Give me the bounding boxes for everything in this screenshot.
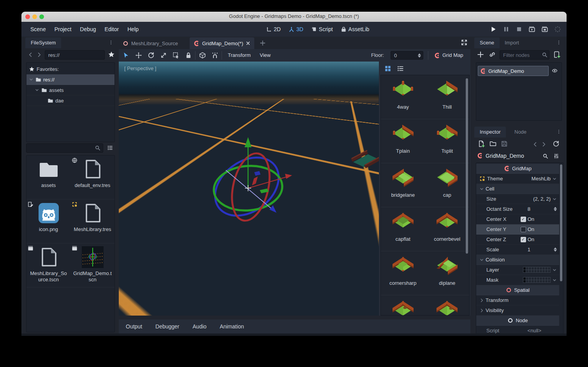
file-search-input[interactable]	[26, 143, 103, 153]
load-resource-icon[interactable]	[489, 140, 496, 147]
file-item-icon-png[interactable]: icon.png	[26, 199, 70, 243]
object-history-icon[interactable]	[553, 140, 560, 147]
play-scene-button[interactable]	[528, 26, 535, 33]
checkbox-icon[interactable]: ✓	[521, 237, 526, 242]
scene-tab-gridmap-demo[interactable]: GridMap_Demo(*)	[190, 37, 254, 49]
palette-item-bridgelane[interactable]: bridgelane	[381, 163, 425, 207]
property-value[interactable]: <null>	[528, 328, 541, 333]
scene-dock-menu-icon[interactable]	[556, 40, 561, 45]
add-node-icon[interactable]	[477, 51, 484, 58]
tab-node[interactable]: Node	[509, 127, 532, 138]
mesh-instance-icon[interactable]	[199, 52, 206, 59]
lock-object-icon[interactable]	[185, 52, 192, 59]
rotate-tool-icon[interactable]	[148, 52, 155, 59]
inspector-menu-icon[interactable]	[556, 129, 561, 134]
property-value[interactable]: (2, 2, 2)	[533, 196, 551, 202]
menu-help[interactable]: Help	[123, 22, 143, 37]
file-item-meshlibrary-tres[interactable]: MeshLibrary.tres	[70, 199, 114, 243]
section-collapse-icon[interactable]	[479, 187, 484, 191]
new-resource-icon[interactable]	[478, 140, 485, 147]
inspector-tools-icon[interactable]	[553, 153, 559, 159]
floor-spinbox[interactable]: 0	[391, 51, 423, 60]
bottom-tab-debugger[interactable]: Debugger	[155, 323, 180, 330]
file-item-assets[interactable]: assets	[26, 155, 70, 199]
view-menu[interactable]: View	[260, 49, 271, 62]
transform-menu[interactable]: Transform	[228, 49, 251, 62]
palette-item-capflat[interactable]: capflat	[381, 207, 425, 251]
class-header-node[interactable]: Node	[476, 316, 559, 326]
layers-caret-icon[interactable]	[552, 268, 557, 272]
close-tab-icon[interactable]	[246, 41, 250, 46]
palette-item-4way[interactable]: 4way	[381, 75, 425, 119]
palette-item[interactable]	[381, 295, 425, 316]
file-item-default-env-tres[interactable]: default_env.tres	[70, 155, 114, 199]
bottom-tab-output[interactable]: Output	[126, 323, 142, 330]
pause-button[interactable]	[503, 26, 510, 33]
property-octant-size[interactable]: Octant Size8	[476, 204, 559, 214]
fold-visibility[interactable]: Visibility	[476, 305, 559, 316]
class-header-spatial[interactable]: Spatial	[476, 285, 559, 295]
menu-editor[interactable]: Editor	[100, 22, 123, 37]
nav-forward-icon[interactable]	[36, 52, 42, 58]
spin-arrows[interactable]	[554, 207, 557, 211]
play-custom-scene-button[interactable]	[541, 26, 548, 33]
scene-tab-meshlibrary-source[interactable]: MeshLibrary_Source	[119, 37, 182, 49]
nav-back-icon[interactable]	[28, 52, 33, 58]
menu-project[interactable]: Project	[50, 22, 76, 37]
palette-item-cornersharp[interactable]: cornersharp	[381, 251, 425, 295]
section-cell[interactable]: Cell	[476, 184, 559, 194]
collision-layers-grid[interactable]	[523, 277, 551, 283]
property-value[interactable]: MeshLib	[532, 176, 551, 182]
palette-item-cornerbevel[interactable]: cornerbevel	[425, 207, 470, 251]
attach-script-icon[interactable]	[553, 51, 560, 58]
tree-item-dae[interactable]: dae	[26, 95, 114, 106]
layers-caret-icon[interactable]	[552, 278, 557, 282]
3d-viewport[interactable]: [ Perspective ]	[119, 62, 379, 316]
property-value[interactable]: 8	[528, 206, 530, 212]
palette-item-Tplain[interactable]: Tplain	[381, 119, 425, 163]
palette-item-Tsplit[interactable]: Tsplit	[425, 119, 470, 163]
mode-3d[interactable]: 3D	[289, 26, 303, 32]
tree-item-favorites-[interactable]: Favorites:	[26, 64, 114, 74]
property-layer[interactable]: Layer	[476, 265, 559, 275]
bottom-tab-animation[interactable]: Animation	[220, 323, 244, 330]
checkbox-icon[interactable]	[521, 227, 526, 232]
property-mask[interactable]: Mask	[476, 275, 559, 285]
menu-scene[interactable]: Scene	[26, 22, 50, 37]
history-forward-icon[interactable]	[541, 141, 547, 147]
scene-tree-node-gridmap-demo[interactable]: GridMap_Demo	[478, 66, 549, 76]
file-item-gridmap-demo-tscn[interactable]: GridMap_Demo.tscn	[70, 243, 114, 287]
move-tool-icon[interactable]	[135, 52, 142, 59]
file-item-meshlibrary-source-tscn[interactable]: MeshLibrary_Source.tscn	[26, 243, 70, 287]
path-input[interactable]	[45, 50, 105, 60]
fold-arrow-icon[interactable]	[479, 308, 484, 313]
collision-layers-grid[interactable]	[523, 267, 551, 273]
filesystem-menu-icon[interactable]	[109, 40, 113, 45]
save-resource-icon[interactable]	[501, 140, 508, 147]
mode-script[interactable]: Script	[311, 26, 333, 32]
collapse-icon[interactable]	[35, 88, 39, 92]
fold-arrow-icon[interactable]	[479, 298, 484, 303]
checkbox-icon[interactable]: ✓	[521, 217, 526, 222]
select-tool-icon[interactable]	[123, 52, 130, 59]
property-center-z[interactable]: Center Z✓On	[476, 235, 559, 245]
property-center-x[interactable]: Center X✓On	[476, 214, 559, 224]
property-center-y[interactable]: Center YOn	[476, 224, 559, 235]
palette-scrollbar[interactable]	[466, 78, 468, 254]
property-size[interactable]: Size(2, 2, 2)	[476, 194, 559, 204]
palette-grid-view-icon[interactable]	[384, 65, 391, 72]
section-collapse-icon[interactable]	[479, 258, 484, 262]
history-back-icon[interactable]	[532, 141, 538, 147]
palette-item-Thill[interactable]: Thill	[425, 75, 470, 119]
property-value[interactable]: 1	[528, 247, 530, 252]
tab-inspector[interactable]: Inspector	[474, 127, 506, 138]
inspector-scrollbar[interactable]	[560, 164, 562, 281]
scale-tool-icon[interactable]	[160, 52, 167, 59]
inspector-search-icon[interactable]	[542, 153, 548, 159]
list-select-tool-icon[interactable]	[173, 52, 180, 59]
menu-debug[interactable]: Debug	[76, 22, 100, 37]
mode-2d[interactable]: 2D	[266, 26, 281, 32]
section-collision[interactable]: Collision	[476, 255, 559, 265]
tab-filesystem[interactable]: FileSystem	[25, 37, 61, 48]
palette-item-diplane[interactable]: diplane	[425, 251, 470, 295]
